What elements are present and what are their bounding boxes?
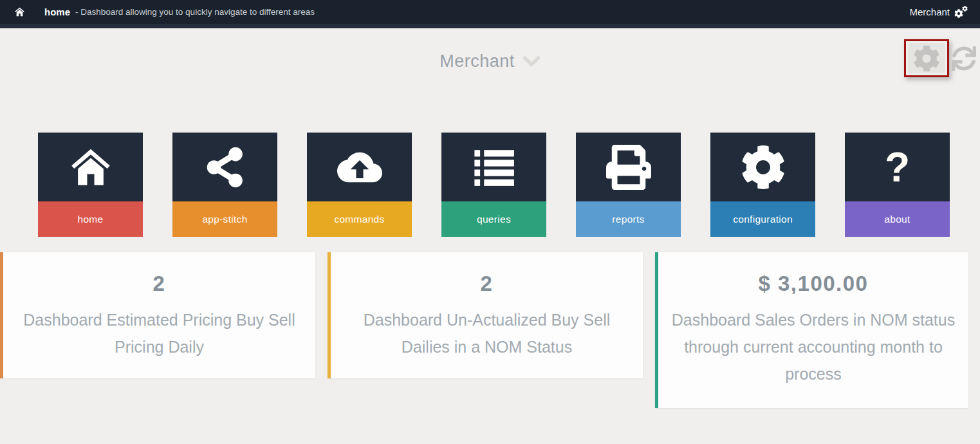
corner-actions: [904, 39, 976, 77]
tile-configuration[interactable]: configuration: [710, 133, 815, 237]
stat-label: Dashboard Estimated Pricing Buy Sell Pri…: [12, 306, 306, 360]
tile-label: reports: [576, 201, 681, 237]
navbar-page-title: home: [44, 6, 70, 17]
stat-label: Dashboard Sales Orders in NOM status thr…: [667, 306, 959, 387]
nav-tiles: home app-stitch commands queries reports…: [38, 133, 980, 237]
stat-card-sales-orders: $ 3,100.00 Dashboard Sales Orders in NOM…: [655, 252, 968, 408]
navbar-subtitle: - Dashboard allowing you to quickly navi…: [75, 7, 315, 17]
refresh-button[interactable]: [952, 46, 976, 71]
tile-queries[interactable]: queries: [441, 133, 546, 237]
tile-reports[interactable]: reports: [576, 133, 681, 237]
tile-app-stitch[interactable]: app-stitch: [172, 133, 277, 237]
chevron-down-icon: [522, 56, 541, 67]
refresh-icon: [952, 46, 976, 71]
stat-label: Dashboard Un-Actualized Buy Sell Dailies…: [340, 306, 634, 360]
tile-commands[interactable]: commands: [307, 133, 412, 237]
list-icon: [441, 133, 546, 201]
navbar-context-label: Merchant: [909, 6, 950, 17]
question-icon: ?: [845, 133, 950, 201]
printer-icon: [576, 133, 681, 201]
tile-home[interactable]: home: [38, 133, 143, 237]
tile-label: commands: [307, 201, 412, 237]
context-selector[interactable]: Merchant: [439, 51, 541, 71]
top-navbar: home - Dashboard allowing you to quickly…: [0, 0, 980, 28]
tile-label: about: [845, 201, 950, 237]
tile-about[interactable]: ? about: [845, 133, 950, 237]
stat-value: $ 3,100.00: [667, 272, 959, 296]
settings-gear-icon: [913, 45, 940, 72]
home-icon: [38, 133, 143, 201]
stat-cards: 2 Dashboard Estimated Pricing Buy Sell P…: [0, 252, 980, 408]
stat-value: 2: [12, 272, 306, 296]
stat-card-unactualized: 2 Dashboard Un-Actualized Buy Sell Daili…: [328, 252, 643, 378]
stat-card-estimated-pricing: 2 Dashboard Estimated Pricing Buy Sell P…: [0, 252, 315, 378]
tile-label: home: [38, 201, 143, 237]
page-title: Merchant: [439, 51, 515, 71]
tile-label: app-stitch: [172, 201, 277, 237]
navbar-context-menu[interactable]: Merchant: [909, 6, 970, 18]
cogs-icon: [954, 6, 970, 18]
title-row: Merchant: [0, 51, 980, 71]
gear-icon: [710, 133, 815, 201]
share-icon: [172, 133, 277, 201]
tile-label: configuration: [710, 201, 815, 237]
settings-gear-button[interactable]: [908, 43, 945, 73]
home-icon[interactable]: [14, 6, 25, 17]
tile-label: queries: [441, 201, 546, 237]
settings-highlight-box: [904, 39, 949, 77]
stat-value: 2: [340, 272, 634, 296]
cloud-upload-icon: [307, 133, 412, 201]
